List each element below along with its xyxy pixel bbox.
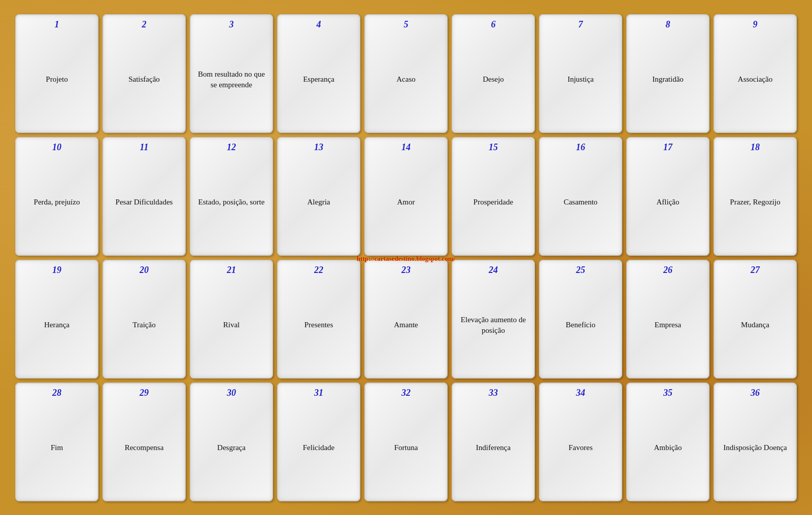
card-number-30: 30 [227,388,236,398]
card-text-27: Mudança [741,320,769,330]
card-11: 11Pesar Dificuldades [103,137,186,256]
card-number-23: 23 [401,265,411,276]
row-3: 19Herança20Traição21Rival22Presentes23Am… [15,260,797,379]
card-8: 8Ingratidão [626,14,709,133]
card-text-18: Prazer, Regozijo [730,197,780,208]
card-text-10: Perda, prejuízo [34,197,80,208]
card-number-3: 3 [229,19,234,30]
card-number-8: 8 [666,19,670,30]
card-4: 4Esperança [277,14,360,133]
card-number-25: 25 [576,265,585,276]
card-number-18: 18 [751,142,760,153]
url-text: http://cartasedestino.blogspot.com/ [357,255,455,263]
row-4: 28Fim29Recompensa30Desgraça31Felicidade3… [15,383,797,501]
card-number-9: 9 [753,19,758,30]
card-text-25: Benefício [566,320,595,330]
card-29: 29Recompensa [103,383,186,501]
card-16: 16Casamento [539,137,622,256]
card-number-36: 36 [751,388,760,398]
card-text-8: Ingratidão [652,74,684,85]
card-24: 24Elevação aumento de posição [452,260,535,379]
card-text-12: Estado, posição, sorte [198,197,265,208]
card-text-19: Herança [44,320,70,330]
card-text-2: Satisfação [128,74,160,85]
card-27: 27Mudança [714,260,797,379]
card-28: 28Fim [15,383,98,501]
card-number-16: 16 [576,142,585,153]
card-3: 3Bom resultado no que se empreende [190,14,273,133]
card-text-16: Casamento [564,197,598,208]
card-30: 30Desgraça [190,383,273,501]
card-text-28: Fim [51,442,63,453]
card-20: 20Traição [103,260,186,379]
card-text-31: Felicidade [303,442,334,453]
card-15: 15Prosperidade [452,137,535,256]
card-text-20: Traição [132,320,155,330]
card-number-33: 33 [489,388,498,398]
card-22: 22Presentes [277,260,360,379]
card-number-35: 35 [663,388,672,398]
card-text-34: Favores [568,442,593,453]
card-number-1: 1 [55,19,59,30]
card-text-30: Desgraça [217,442,246,453]
card-number-27: 27 [751,265,760,276]
card-5: 5Acaso [364,14,448,133]
card-text-35: Ambição [654,442,682,453]
card-1: 1Projeto [15,14,98,133]
board: 1Projeto2Satisfação3Bom resultado no que… [10,9,802,506]
card-text-26: Empresa [655,320,681,330]
card-number-28: 28 [52,388,61,398]
card-text-13: Alegria [308,197,330,208]
card-text-11: Pesar Dificuldades [116,197,173,208]
card-14: 14Amor [364,137,448,256]
card-18: 18Prazer, Regozijo [714,137,797,256]
card-2: 2Satisfação [103,14,186,133]
card-number-10: 10 [52,142,61,153]
card-text-17: Aflição [657,197,680,208]
card-text-6: Desejo [483,74,504,85]
card-13: 13Alegria [277,137,360,256]
card-text-29: Recompensa [125,442,164,453]
card-number-4: 4 [317,19,321,30]
card-text-5: Acaso [396,74,416,85]
card-text-22: Presentes [304,320,333,330]
card-34: 34Favores [539,383,622,501]
card-number-13: 13 [314,142,323,153]
card-text-32: Fortuna [394,442,418,453]
card-text-9: Associação [738,74,772,85]
card-6: 6Desejo [452,14,535,133]
card-number-12: 12 [227,142,236,153]
card-36: 36Indisposição Doença [714,383,797,501]
card-23: 23Amante [364,260,448,379]
card-12: 12Estado, posição, sorte [190,137,273,256]
card-text-4: Esperança [303,74,334,85]
card-number-20: 20 [140,265,149,276]
card-number-34: 34 [576,388,585,398]
card-number-5: 5 [404,19,409,30]
card-number-29: 29 [140,388,149,398]
card-31: 31Felicidade [277,383,360,501]
card-number-21: 21 [227,265,236,276]
card-text-33: Indiferença [476,442,511,453]
card-number-22: 22 [314,265,323,276]
card-number-7: 7 [579,19,583,30]
card-number-14: 14 [401,142,411,153]
row-2: http://cartasedestino.blogspot.com/ 10Pe… [15,137,797,256]
card-19: 19Herança [15,260,98,379]
row-1: 1Projeto2Satisfação3Bom resultado no que… [15,14,797,133]
card-text-3: Bom resultado no que se empreende [194,69,269,90]
card-number-19: 19 [52,265,61,276]
card-number-32: 32 [401,388,411,398]
card-32: 32Fortuna [364,383,448,501]
card-number-2: 2 [142,19,147,30]
card-17: 17Aflição [626,137,709,256]
card-number-24: 24 [489,265,498,276]
card-text-24: Elevação aumento de posição [456,315,531,336]
card-text-21: Rival [223,320,240,330]
card-text-36: Indisposição Doença [723,442,787,453]
card-number-15: 15 [489,142,498,153]
card-7: 7Injustiça [539,14,622,133]
card-26: 26Empresa [626,260,709,379]
card-text-14: Amor [397,197,415,208]
card-25: 25Benefício [539,260,622,379]
